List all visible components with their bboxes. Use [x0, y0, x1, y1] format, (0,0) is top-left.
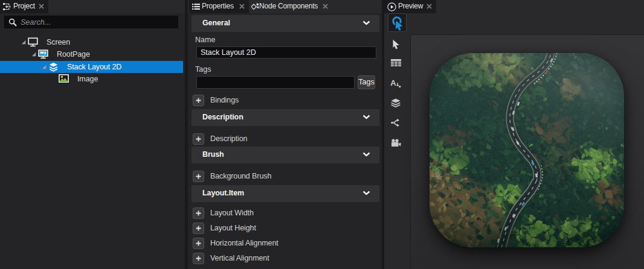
svg-text:A: A	[390, 78, 396, 87]
